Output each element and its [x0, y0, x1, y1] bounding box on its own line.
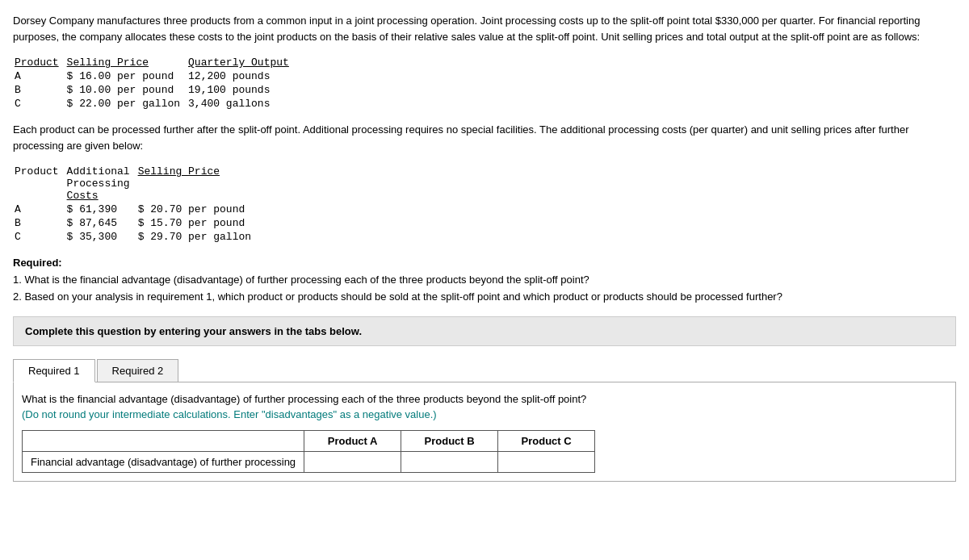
table-row: B $ 10.00 per pound 19,100 pounds [13, 83, 296, 97]
answer-table-header-row: Product A Product B Product C [23, 430, 595, 451]
row-label: Financial advantage (disadvantage) of fu… [23, 451, 304, 472]
product-b-cost: $ 87,645 [65, 216, 136, 230]
first-table-section: Product Selling Price Quarterly Output A… [13, 56, 956, 111]
second-paragraph: Each product can be processed further af… [13, 122, 956, 153]
product-b-label: B [13, 216, 65, 230]
tabs-row: Required 1 Required 2 [13, 359, 956, 382]
second-col3-header: Selling Price [136, 165, 258, 203]
row-label-header [23, 430, 304, 451]
product-b-output: 19,100 pounds [187, 83, 296, 97]
intro-paragraph: Dorsey Company manufactures three produc… [13, 13, 956, 44]
product-c-input[interactable] [502, 456, 591, 468]
required-item-1: 1. What is the financial advantage (disa… [13, 274, 589, 286]
tab-required1[interactable]: Required 1 [13, 359, 95, 382]
product-c-label: C [13, 97, 65, 111]
col1-header: Product [13, 56, 65, 69]
required-item-2: 2. Based on your analysis in requirement… [13, 290, 782, 303]
product-c-sp: $ 29.70 per gallon [136, 230, 258, 244]
question-text: What is the financial advantage (disadva… [22, 392, 947, 421]
required-section: Required: 1. What is the financial advan… [13, 255, 956, 305]
product-a-header: Product A [304, 430, 401, 451]
tabs-container: Required 1 Required 2 What is the financ… [13, 359, 956, 481]
product-b-label: B [13, 83, 65, 97]
product-a-output: 12,200 pounds [187, 69, 296, 83]
product-a-sp: $ 20.70 per pound [136, 203, 258, 216]
second-table: Product Additional Processing Costs Sell… [13, 165, 258, 244]
product-c-price: $ 22.00 per gallon [65, 97, 187, 111]
product-c-output: 3,400 gallons [187, 97, 296, 111]
second-table-section: Product Additional Processing Costs Sell… [13, 165, 956, 244]
product-c-input-cell[interactable] [498, 451, 595, 472]
product-c-cost: $ 35,300 [65, 230, 136, 244]
table-row: C $ 22.00 per gallon 3,400 gallons [13, 97, 296, 111]
second-table-header: Product Additional Processing Costs Sell… [13, 165, 258, 203]
financial-advantage-row: Financial advantage (disadvantage) of fu… [23, 451, 595, 472]
instruction-box: Complete this question by entering your … [13, 316, 956, 346]
product-c-header: Product C [498, 430, 595, 451]
col3-header: Quarterly Output [187, 56, 296, 69]
product-a-input[interactable] [308, 456, 397, 468]
product-a-label: A [13, 69, 65, 83]
second-col2-header: Additional Processing Costs [65, 165, 136, 203]
product-b-sp: $ 15.70 per pound [136, 216, 258, 230]
product-c-label: C [13, 230, 65, 244]
product-b-input[interactable] [405, 456, 494, 468]
table-row: C $ 35,300 $ 29.70 per gallon [13, 230, 258, 244]
product-a-price: $ 16.00 per pound [65, 69, 187, 83]
first-table: Product Selling Price Quarterly Output A… [13, 56, 296, 111]
required-label: Required: [13, 257, 62, 269]
question-line2: (Do not round your intermediate calculat… [22, 408, 437, 420]
table-row: A $ 61,390 $ 20.70 per pound [13, 203, 258, 216]
answer-table: Product A Product B Product C Financial … [22, 430, 595, 473]
col2-header: Selling Price [65, 56, 187, 69]
first-table-header: Product Selling Price Quarterly Output [13, 56, 296, 69]
product-b-input-cell[interactable] [401, 451, 498, 472]
tab-content-required1: What is the financial advantage (disadva… [13, 382, 956, 481]
instruction-text: Complete this question by entering your … [25, 325, 362, 337]
question-line1: What is the financial advantage (disadva… [22, 393, 586, 405]
second-col1-header: Product [13, 165, 65, 203]
table-row: A $ 16.00 per pound 12,200 pounds [13, 69, 296, 83]
product-a-label: A [13, 203, 65, 216]
product-b-header: Product B [401, 430, 498, 451]
product-a-cost: $ 61,390 [65, 203, 136, 216]
product-a-input-cell[interactable] [304, 451, 401, 472]
product-b-price: $ 10.00 per pound [65, 83, 187, 97]
tab-required2[interactable]: Required 2 [97, 359, 179, 382]
table-row: B $ 87,645 $ 15.70 per pound [13, 216, 258, 230]
